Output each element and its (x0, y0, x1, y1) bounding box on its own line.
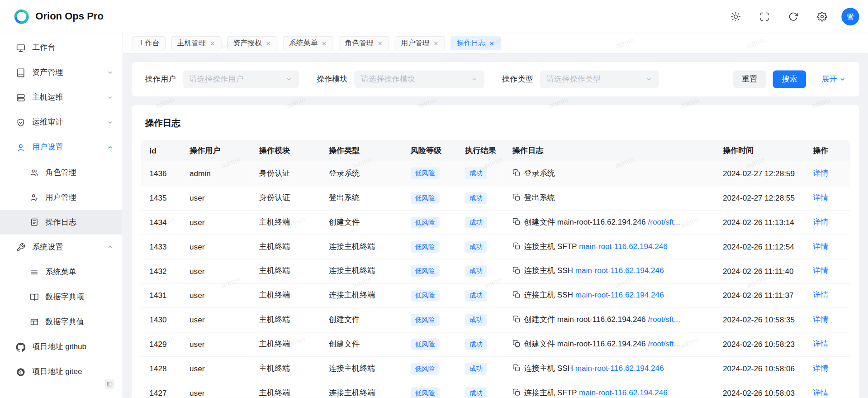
copy-icon[interactable] (512, 291, 520, 299)
sidebar-item-gitee[interactable]: 项目地址 gitee (0, 360, 122, 384)
copy-icon[interactable] (512, 242, 520, 250)
detail-link[interactable]: 详情 (813, 315, 828, 324)
copy-icon[interactable] (512, 340, 520, 347)
detail-link[interactable]: 详情 (813, 339, 828, 348)
sidebar-item-system-settings[interactable]: 系统设置 (0, 235, 122, 259)
detail-link[interactable]: 详情 (813, 266, 828, 275)
tab-close-icon[interactable] (377, 40, 383, 46)
detail-link[interactable]: 详情 (813, 388, 828, 397)
log-link[interactable]: main-root-116.62.194.246 (575, 266, 664, 275)
column-header: 操作时间 (714, 140, 804, 162)
detail-link[interactable]: 详情 (813, 193, 828, 202)
cell-type: 创建文件 (320, 210, 402, 235)
sidebar-item-github[interactable]: 项目地址 github (0, 335, 122, 359)
sidebar-item-ops-audit[interactable]: 运维审计 (0, 110, 122, 135)
cell-time: 2024-02-26 10:58:03 (714, 381, 804, 398)
filter-select-user[interactable]: 请选择操作用户 (183, 70, 299, 88)
tab-close-icon[interactable] (489, 40, 495, 46)
expand-toggle[interactable]: 展开 (821, 74, 846, 84)
detail-link[interactable]: 详情 (813, 242, 828, 251)
user-avatar[interactable]: 管 (841, 8, 859, 25)
table-row: 1432 user 主机终端 连接主机终端 低风险 成功 连接主机 SSH ma… (141, 259, 850, 283)
sidebar-item-role-management[interactable]: 角色管理 (0, 160, 122, 185)
log-link[interactable]: main-root-116.62.194.246 (579, 388, 668, 397)
sidebar-collapse-button[interactable] (104, 379, 114, 389)
tab-label: 操作日志 (457, 38, 486, 48)
table-row: 1427 user 主机终端 连接主机终端 低风险 成功 连接主机 SFTP m… (141, 381, 850, 398)
cell-module: 主机终端 (250, 307, 320, 332)
sidebar-item-user-settings[interactable]: 用户设置 (0, 135, 122, 160)
sidebar-item-dict-value[interactable]: 数据字典值 (0, 310, 122, 334)
refresh-button[interactable] (784, 7, 803, 26)
column-header: 操作用户 (180, 140, 250, 162)
log-link[interactable]: /root/sft... (648, 339, 680, 348)
sidebar-item-asset-management[interactable]: 资产管理 (0, 60, 122, 85)
user-manage-icon (30, 193, 39, 202)
result-badge: 成功 (465, 241, 487, 253)
sidebar-item-host-ops[interactable]: 主机运维 (0, 85, 122, 110)
log-link[interactable]: /root/sft... (648, 315, 680, 324)
book-open-icon (30, 293, 39, 302)
detail-link[interactable]: 详情 (813, 168, 828, 177)
sidebar-item-label: 角色管理 (45, 168, 114, 177)
search-button[interactable]: 搜索 (773, 70, 806, 88)
result-badge: 成功 (465, 265, 487, 277)
select-placeholder: 请选择操作类型 (546, 74, 641, 84)
sidebar-item-system-menu[interactable]: 系统菜单 (0, 260, 122, 284)
log-link[interactable]: main-root-116.62.194.246 (575, 290, 664, 299)
copy-icon[interactable] (512, 364, 520, 372)
reset-button[interactable]: 重置 (733, 70, 766, 88)
cell-time: 2024-02-26 11:13:14 (714, 210, 804, 235)
copy-icon[interactable] (512, 193, 520, 201)
result-badge: 成功 (465, 192, 487, 204)
fullscreen-button[interactable] (755, 7, 774, 26)
log-link[interactable]: /root/sft... (648, 217, 680, 226)
tab-workbench[interactable]: 工作台 (132, 36, 166, 51)
tab-asset-auth[interactable]: 资产授权 (227, 36, 277, 51)
cell-id: 1436 (141, 161, 181, 186)
sidebar-item-user-management[interactable]: 用户管理 (0, 185, 122, 210)
tab-system-menu[interactable]: 系统菜单 (283, 36, 333, 51)
tab-operation-log[interactable]: 操作日志 (451, 36, 501, 51)
filter-select-module[interactable]: 请选择操作模块 (354, 70, 484, 88)
log-text: 登出系统 (524, 193, 555, 202)
detail-link[interactable]: 详情 (813, 290, 828, 299)
cell-id: 1427 (141, 381, 181, 398)
cell-module: 主机终端 (250, 356, 320, 381)
cell-type: 连接主机终端 (320, 259, 402, 283)
cell-user: user (180, 186, 250, 210)
copy-icon[interactable] (512, 169, 520, 177)
cell-log: 连接主机 SFTP main-root-116.62.194.246 (503, 381, 714, 398)
panel-collapse-icon (106, 381, 113, 388)
column-header: id (141, 140, 181, 162)
select-placeholder: 请选择操作模块 (361, 74, 467, 84)
tab-close-icon[interactable] (433, 40, 439, 46)
detail-link[interactable]: 详情 (813, 217, 828, 226)
copy-icon[interactable] (512, 218, 520, 225)
copy-icon[interactable] (512, 388, 520, 396)
sidebar-item-label: 用户设置 (32, 143, 107, 153)
tab-user-management[interactable]: 用户管理 (395, 36, 445, 51)
sidebar-item-operation-log[interactable]: 操作日志 (0, 210, 122, 235)
cell-module: 主机终端 (250, 235, 320, 259)
log-link[interactable]: main-root-116.62.194.246 (575, 364, 664, 373)
cell-time: 2024-02-26 11:11:37 (714, 283, 804, 307)
tab-close-icon[interactable] (321, 40, 327, 46)
cell-type: 登录系统 (320, 161, 402, 186)
log-link[interactable]: main-root-116.62.194.246 (579, 242, 668, 251)
tab-role-management[interactable]: 角色管理 (339, 36, 389, 51)
tab-close-icon[interactable] (265, 40, 271, 46)
tab-close-icon[interactable] (209, 40, 215, 46)
cell-log: 连接主机 SSH main-root-116.62.194.246 (503, 259, 714, 283)
tab-label: 用户管理 (401, 38, 430, 48)
filter-select-type[interactable]: 请选择操作类型 (540, 70, 659, 88)
detail-link[interactable]: 详情 (813, 364, 828, 373)
theme-button[interactable] (726, 7, 745, 26)
copy-icon[interactable] (512, 315, 520, 323)
sidebar-item-dict-item[interactable]: 数据字典项 (0, 285, 122, 309)
tab-host-management[interactable]: 主机管理 (171, 36, 221, 51)
sidebar-item-workbench[interactable]: 工作台 (0, 35, 122, 60)
settings-button[interactable] (813, 7, 832, 26)
copy-icon[interactable] (512, 267, 520, 274)
sidebar-item-label: 数据字典值 (45, 317, 114, 327)
